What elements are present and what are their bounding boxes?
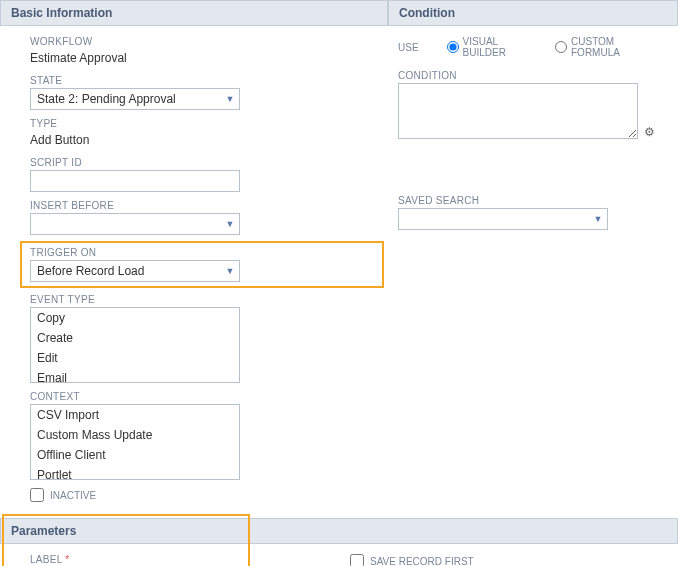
context-label: CONTEXT (30, 391, 358, 402)
insert-before-label: INSERT BEFORE (30, 200, 358, 211)
parameters-header: Parameters (0, 518, 678, 544)
gear-icon[interactable]: ⚙ (644, 125, 655, 139)
event-type-label: EVENT TYPE (30, 294, 358, 305)
list-item[interactable]: Edit (31, 348, 239, 368)
label-field-label: LABEL (30, 554, 310, 565)
list-item[interactable]: Offline Client (31, 445, 239, 465)
state-label: STATE (30, 75, 358, 86)
workflow-label: WORKFLOW (30, 36, 358, 47)
save-record-first-label: SAVE RECORD FIRST (370, 556, 474, 567)
use-label: USE (398, 42, 419, 53)
list-item[interactable]: Email (31, 368, 239, 383)
chevron-down-icon: ▼ (221, 94, 239, 104)
list-item[interactable]: Copy (31, 308, 239, 328)
visual-builder-radio[interactable] (447, 41, 459, 53)
save-record-first-checkbox[interactable] (350, 554, 364, 566)
inactive-checkbox[interactable] (30, 488, 44, 502)
script-id-input[interactable] (30, 170, 240, 192)
event-type-listbox[interactable]: Copy Create Edit Email (30, 307, 240, 383)
chevron-down-icon: ▼ (221, 219, 239, 229)
chevron-down-icon: ▼ (221, 266, 239, 276)
state-value: State 2: Pending Approval (31, 92, 221, 106)
trigger-on-value: Before Record Load (31, 264, 221, 278)
script-id-label: SCRIPT ID (30, 157, 358, 168)
visual-builder-label: VISUAL BUILDER (463, 36, 537, 58)
condition-header: Condition (388, 0, 678, 26)
context-listbox[interactable]: CSV Import Custom Mass Update Offline Cl… (30, 404, 240, 480)
chevron-down-icon: ▼ (589, 214, 607, 224)
trigger-on-dropdown[interactable]: Before Record Load ▼ (30, 260, 240, 282)
custom-formula-label: CUSTOM FORMULA (571, 36, 658, 58)
condition-textarea[interactable] (398, 83, 638, 139)
list-item[interactable]: Create (31, 328, 239, 348)
type-value: Add Button (30, 131, 358, 149)
list-item[interactable]: Portlet (31, 465, 239, 480)
inactive-label: INACTIVE (50, 490, 96, 501)
state-dropdown[interactable]: State 2: Pending Approval ▼ (30, 88, 240, 110)
trigger-on-label: TRIGGER ON (30, 247, 352, 258)
custom-formula-radio[interactable] (555, 41, 567, 53)
basic-info-header: Basic Information (0, 0, 388, 26)
type-label: TYPE (30, 118, 358, 129)
workflow-value: Estimate Approval (30, 49, 358, 67)
list-item[interactable]: Custom Mass Update (31, 425, 239, 445)
insert-before-dropdown[interactable]: ▼ (30, 213, 240, 235)
saved-search-dropdown[interactable]: ▼ (398, 208, 608, 230)
condition-label: CONDITION (398, 70, 658, 81)
saved-search-label: SAVED SEARCH (398, 195, 658, 206)
list-item[interactable]: CSV Import (31, 405, 239, 425)
